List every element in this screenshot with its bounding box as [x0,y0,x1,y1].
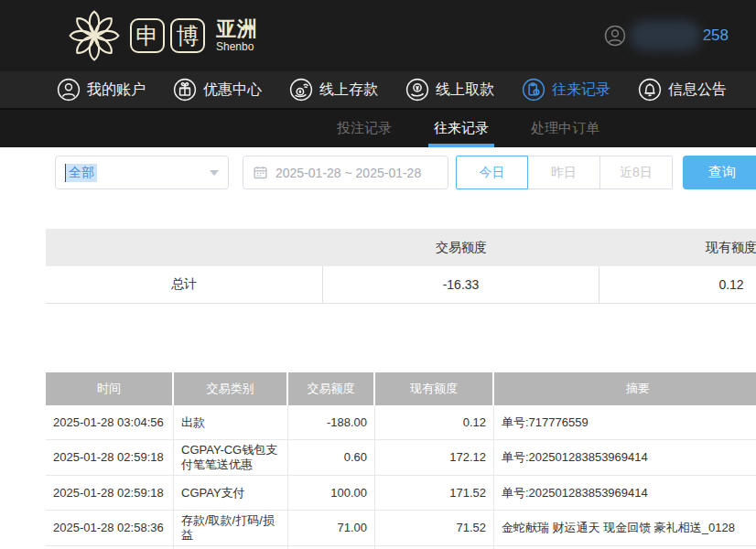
cell-trade-amount: 0.60 [288,440,375,475]
cell-summary: 单号:202501283853969414 [494,476,756,510]
records-table-header: 时间 交易类别 交易额度 现有额度 摘要 [46,372,756,405]
records-icon [522,78,545,102]
table-row: 2025-01-28 02:59:18 CGPAY-CG钱包支付笔笔送优惠 0.… [46,440,756,476]
quick-date-button-group: 今日 昨日 近8日 [456,156,673,189]
yesterday-button[interactable]: 昨日 [528,156,600,189]
cell-summary: 金蛇献瑞 财运通天 现金回馈 豪礼相送_0128 [494,511,756,545]
main-navigation: 我的账户 优惠中心 线上存款 [0,71,756,110]
nav-item-my-account[interactable]: 我的账户 [57,78,146,102]
summary-table: 交易额度 现有额度 总计 -16.33 0.12 [46,229,756,304]
cell-trade-amount: -188.00 [288,405,375,439]
summary-header-balance: 现有额度 [599,229,756,266]
cell-balance: 71.52 [375,511,494,545]
summary-total-label: 总计 [46,266,323,303]
col-header-balance: 现有额度 [375,372,494,405]
select-value: 全部 [65,164,97,182]
logo-characters: 申 博 [130,18,205,53]
user-icon [57,78,81,102]
records-tab-bar: 投注记录 往来记录 处理中订单 [0,110,756,147]
bell-icon [638,78,662,102]
cell-summary: 单号:717776559 [494,405,756,439]
cell-type: CGPAY支付 [174,476,288,510]
cell-time: 2025-01-28 02:58:36 [46,511,174,545]
cell-balance: 172.12 [375,440,494,475]
records-table: 时间 交易类别 交易额度 现有额度 摘要 2025-01-28 03:04:56… [46,372,756,549]
search-button[interactable]: 查询 [683,156,756,189]
table-row: 2025-01-28 02:58:36 存款/取款/打码/损益 71.00 71… [46,511,756,546]
col-header-summary: 摘要 [494,372,756,405]
cell-type: CGPAY-CG钱包支付笔笔送优惠 [174,440,288,475]
today-button[interactable]: 今日 [456,156,528,189]
gift-icon [173,78,197,102]
username-suffix: 258 [703,27,729,45]
cell-time: 2025-01-28 02:59:18 [46,476,174,510]
username-redacted [630,20,701,51]
cell-balance: 171.52 [375,476,494,510]
nav-item-withdraw[interactable]: 线上取款 [405,78,494,102]
nav-item-deposit[interactable]: 线上存款 [289,78,378,102]
last-8-days-button[interactable]: 近8日 [600,156,673,189]
user-avatar-icon [604,25,626,47]
col-header-type: 交易类别 [174,372,288,405]
tab-betting-records[interactable]: 投注记录 [337,110,392,147]
summary-balance-value: 0.12 [599,266,756,303]
table-row: 2025-01-28 02:59:18 CGPAY支付 100.00 171.5… [46,476,756,511]
nav-item-announcements[interactable]: 信息公告 [638,78,727,102]
tab-pending-orders[interactable]: 处理中订单 [531,110,599,147]
logo-char-2: 博 [170,18,205,53]
logo-region-text: 亚洲 [216,18,258,40]
cell-summary: 单号:202501283853969414 [494,440,756,475]
chevron-down-icon [210,170,219,176]
logo-char-1: 申 [130,18,165,53]
cell-type: 出款 [174,405,288,439]
summary-header-empty [46,229,323,266]
calendar-icon [253,165,268,180]
date-range-input[interactable]: 2025-01-28 ~ 2025-01-28 [243,156,448,189]
flower-logo-icon [68,9,121,62]
deposit-icon [289,78,313,102]
cell-trade-amount: 100.00 [288,476,375,510]
cell-time: 2025-01-28 03:04:56 [46,405,174,439]
cell-type: 存款/取款/打码/损益 [174,511,288,545]
summary-header-trade-amount: 交易额度 [323,229,599,266]
date-range-value: 2025-01-28 ~ 2025-01-28 [275,166,421,180]
tab-transaction-records[interactable]: 往来记录 [434,110,489,147]
nav-item-transaction-records[interactable]: 往来记录 [522,78,610,102]
brand-logo[interactable]: 申 博 亚洲 Shenbo [68,0,258,71]
user-account-area[interactable]: 258 [604,0,729,71]
nav-item-promotions[interactable]: 优惠中心 [173,78,262,102]
cell-time: 2025-01-28 02:59:18 [46,440,174,475]
summary-table-header: 交易额度 现有额度 [46,229,756,266]
withdraw-icon [405,78,429,102]
content-area: 全部 2025-01-28 ~ 2025-01-28 今日 昨日 近8日 [0,147,756,549]
table-row: 2025-01-28 03:04:56 出款 -188.00 0.12 单号:7… [46,405,756,440]
col-header-trade-amount: 交易额度 [288,372,375,405]
logo-subtitle: Shenbo [216,40,258,53]
col-header-time: 时间 [46,372,174,405]
cell-trade-amount: 71.00 [288,511,375,545]
transaction-type-select[interactable]: 全部 [55,156,229,189]
page: 申 博 亚洲 Shenbo 258 [0,0,756,549]
cell-balance: 0.12 [375,405,494,439]
summary-trade-amount-value: -16.33 [323,266,599,303]
summary-total-row: 总计 -16.33 0.12 [46,266,756,304]
top-header: 申 博 亚洲 Shenbo 258 [0,0,756,71]
